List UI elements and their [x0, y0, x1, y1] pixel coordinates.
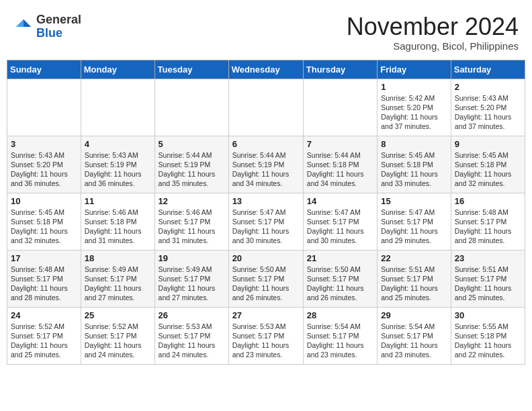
calendar-cell: 25Sunrise: 5:52 AM Sunset: 5:17 PM Dayli…	[81, 307, 154, 364]
calendar-cell: 23Sunrise: 5:51 AM Sunset: 5:17 PM Dayli…	[451, 250, 525, 307]
day-info: Sunrise: 5:54 AM Sunset: 5:17 PM Dayligh…	[307, 322, 373, 360]
month-title: November 2024	[347, 13, 519, 40]
day-number: 26	[159, 310, 225, 320]
day-info: Sunrise: 5:47 AM Sunset: 5:17 PM Dayligh…	[307, 208, 373, 246]
calendar-cell	[81, 79, 154, 136]
day-number: 3	[11, 139, 77, 149]
calendar-cell: 10Sunrise: 5:45 AM Sunset: 5:18 PM Dayli…	[7, 193, 81, 250]
calendar-cell: 4Sunrise: 5:43 AM Sunset: 5:19 PM Daylig…	[81, 136, 154, 193]
day-info: Sunrise: 5:50 AM Sunset: 5:17 PM Dayligh…	[232, 265, 300, 303]
day-info: Sunrise: 5:53 AM Sunset: 5:17 PM Dayligh…	[159, 322, 225, 360]
day-number: 4	[85, 139, 151, 149]
day-number: 27	[232, 310, 300, 320]
day-number: 16	[455, 196, 521, 206]
weekday-header-friday: Friday	[378, 60, 451, 79]
day-info: Sunrise: 5:45 AM Sunset: 5:18 PM Dayligh…	[381, 150, 447, 189]
calendar-cell: 20Sunrise: 5:50 AM Sunset: 5:17 PM Dayli…	[228, 250, 303, 307]
day-number: 23	[455, 253, 521, 263]
calendar-cell: 21Sunrise: 5:50 AM Sunset: 5:17 PM Dayli…	[303, 250, 377, 307]
day-info: Sunrise: 5:52 AM Sunset: 5:17 PM Dayligh…	[85, 322, 151, 360]
day-info: Sunrise: 5:54 AM Sunset: 5:17 PM Dayligh…	[381, 322, 447, 360]
calendar-cell: 6Sunrise: 5:44 AM Sunset: 5:19 PM Daylig…	[228, 136, 303, 193]
calendar-cell: 13Sunrise: 5:47 AM Sunset: 5:17 PM Dayli…	[228, 193, 303, 250]
day-number: 21	[307, 253, 373, 263]
logo: General Blue	[13, 13, 81, 40]
day-info: Sunrise: 5:51 AM Sunset: 5:17 PM Dayligh…	[455, 265, 521, 303]
calendar-cell: 28Sunrise: 5:54 AM Sunset: 5:17 PM Dayli…	[303, 307, 377, 364]
weekday-header-sunday: Sunday	[7, 60, 81, 79]
calendar-cell: 1Sunrise: 5:42 AM Sunset: 5:20 PM Daylig…	[378, 79, 451, 136]
day-info: Sunrise: 5:48 AM Sunset: 5:17 PM Dayligh…	[11, 265, 77, 303]
day-info: Sunrise: 5:45 AM Sunset: 5:18 PM Dayligh…	[455, 150, 521, 189]
day-info: Sunrise: 5:49 AM Sunset: 5:17 PM Dayligh…	[85, 265, 151, 303]
calendar-cell: 9Sunrise: 5:45 AM Sunset: 5:18 PM Daylig…	[451, 136, 525, 193]
day-number: 6	[232, 139, 300, 149]
day-info: Sunrise: 5:44 AM Sunset: 5:18 PM Dayligh…	[307, 150, 373, 189]
calendar-cell: 12Sunrise: 5:46 AM Sunset: 5:17 PM Dayli…	[154, 193, 228, 250]
day-info: Sunrise: 5:47 AM Sunset: 5:17 PM Dayligh…	[232, 208, 300, 246]
day-number: 30	[455, 310, 521, 320]
day-info: Sunrise: 5:44 AM Sunset: 5:19 PM Dayligh…	[232, 150, 300, 189]
calendar-cell: 5Sunrise: 5:44 AM Sunset: 5:19 PM Daylig…	[154, 136, 228, 193]
calendar-cell: 29Sunrise: 5:54 AM Sunset: 5:17 PM Dayli…	[378, 307, 451, 364]
calendar-cell: 19Sunrise: 5:49 AM Sunset: 5:17 PM Dayli…	[154, 250, 228, 307]
calendar-cell: 11Sunrise: 5:46 AM Sunset: 5:18 PM Dayli…	[81, 193, 154, 250]
day-number: 22	[381, 253, 447, 263]
day-number: 24	[11, 310, 77, 320]
day-info: Sunrise: 5:55 AM Sunset: 5:18 PM Dayligh…	[455, 322, 521, 360]
day-info: Sunrise: 5:48 AM Sunset: 5:17 PM Dayligh…	[455, 208, 521, 246]
weekday-header-wednesday: Wednesday	[228, 60, 303, 79]
day-info: Sunrise: 5:43 AM Sunset: 5:20 PM Dayligh…	[455, 93, 521, 132]
calendar-cell	[228, 79, 303, 136]
day-number: 8	[381, 139, 447, 149]
calendar-week-row: 17Sunrise: 5:48 AM Sunset: 5:17 PM Dayli…	[7, 250, 525, 307]
day-number: 14	[307, 196, 373, 206]
calendar-cell: 16Sunrise: 5:48 AM Sunset: 5:17 PM Dayli…	[451, 193, 525, 250]
calendar-cell: 17Sunrise: 5:48 AM Sunset: 5:17 PM Dayli…	[7, 250, 81, 307]
day-number: 17	[11, 253, 77, 263]
day-number: 2	[455, 82, 521, 92]
day-number: 5	[159, 139, 225, 149]
calendar-cell: 15Sunrise: 5:47 AM Sunset: 5:17 PM Dayli…	[378, 193, 451, 250]
calendar-cell: 30Sunrise: 5:55 AM Sunset: 5:18 PM Dayli…	[451, 307, 525, 364]
calendar-cell: 3Sunrise: 5:43 AM Sunset: 5:20 PM Daylig…	[7, 136, 81, 193]
svg-marker-0	[24, 19, 31, 27]
day-number: 13	[232, 196, 300, 206]
day-number: 19	[159, 253, 225, 263]
calendar-week-row: 1Sunrise: 5:42 AM Sunset: 5:20 PM Daylig…	[7, 79, 525, 136]
calendar-week-row: 10Sunrise: 5:45 AM Sunset: 5:18 PM Dayli…	[7, 193, 525, 250]
calendar-cell: 18Sunrise: 5:49 AM Sunset: 5:17 PM Dayli…	[81, 250, 154, 307]
calendar-table: SundayMondayTuesdayWednesdayThursdayFrid…	[7, 60, 525, 365]
calendar-week-row: 3Sunrise: 5:43 AM Sunset: 5:20 PM Daylig…	[7, 136, 525, 193]
day-info: Sunrise: 5:49 AM Sunset: 5:17 PM Dayligh…	[159, 265, 225, 303]
page-header: General Blue November 2024 Sagurong, Bic…	[7, 7, 525, 57]
calendar-cell: 7Sunrise: 5:44 AM Sunset: 5:18 PM Daylig…	[303, 136, 377, 193]
calendar-cell	[154, 79, 228, 136]
day-number: 10	[11, 196, 77, 206]
day-info: Sunrise: 5:47 AM Sunset: 5:17 PM Dayligh…	[381, 208, 447, 246]
day-number: 28	[307, 310, 373, 320]
logo-general: General	[36, 13, 81, 26]
calendar-cell: 24Sunrise: 5:52 AM Sunset: 5:17 PM Dayli…	[7, 307, 81, 364]
day-number: 1	[381, 82, 447, 92]
day-info: Sunrise: 5:53 AM Sunset: 5:17 PM Dayligh…	[232, 322, 300, 360]
calendar-cell: 14Sunrise: 5:47 AM Sunset: 5:17 PM Dayli…	[303, 193, 377, 250]
logo-blue: Blue	[36, 26, 62, 40]
calendar-cell: 26Sunrise: 5:53 AM Sunset: 5:17 PM Dayli…	[154, 307, 228, 364]
day-info: Sunrise: 5:46 AM Sunset: 5:17 PM Dayligh…	[159, 208, 225, 246]
day-number: 25	[85, 310, 151, 320]
weekday-header-tuesday: Tuesday	[154, 60, 228, 79]
day-number: 9	[455, 139, 521, 149]
calendar-header-row: SundayMondayTuesdayWednesdayThursdayFrid…	[7, 60, 525, 79]
day-info: Sunrise: 5:52 AM Sunset: 5:17 PM Dayligh…	[11, 322, 77, 360]
calendar-cell: 27Sunrise: 5:53 AM Sunset: 5:17 PM Dayli…	[228, 307, 303, 364]
day-info: Sunrise: 5:42 AM Sunset: 5:20 PM Dayligh…	[381, 93, 447, 132]
day-number: 11	[85, 196, 151, 206]
calendar-cell	[7, 79, 81, 136]
day-info: Sunrise: 5:43 AM Sunset: 5:20 PM Dayligh…	[11, 150, 77, 189]
day-info: Sunrise: 5:45 AM Sunset: 5:18 PM Dayligh…	[11, 208, 77, 246]
weekday-header-monday: Monday	[81, 60, 154, 79]
day-info: Sunrise: 5:43 AM Sunset: 5:19 PM Dayligh…	[85, 150, 151, 189]
day-info: Sunrise: 5:51 AM Sunset: 5:17 PM Dayligh…	[381, 265, 447, 303]
day-number: 7	[307, 139, 373, 149]
